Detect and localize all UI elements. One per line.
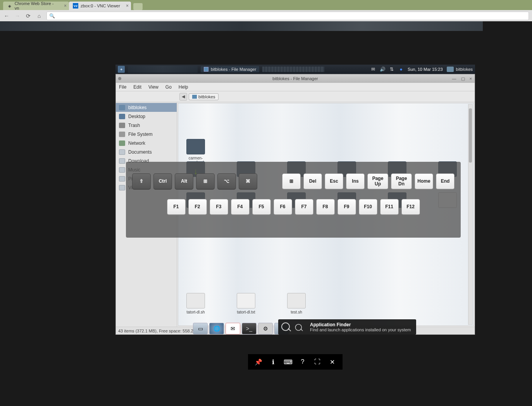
user-menu[interactable]: bitblokes bbox=[447, 67, 473, 72]
scrollbar[interactable] bbox=[468, 104, 473, 325]
vnc-virtual-keyboard: ⇧ Ctrl Alt ⊞ ⌥ ⌘ ⊞ Del Esc Ins Page Up P… bbox=[126, 162, 461, 238]
close-button[interactable]: × bbox=[468, 76, 473, 81]
key-f12[interactable]: F12 bbox=[401, 199, 420, 215]
vnc-keyboard-button[interactable]: ⌨ bbox=[283, 357, 293, 367]
sidebar-item-documents[interactable]: Documents bbox=[116, 147, 177, 156]
close-icon[interactable]: × bbox=[126, 3, 129, 9]
tooltip-title: Application Finder bbox=[310, 322, 411, 327]
path-back-button[interactable]: ◀ bbox=[179, 93, 187, 101]
clock[interactable]: Sun, 10 Mar 15:23 bbox=[408, 67, 443, 72]
key-alt[interactable]: Alt bbox=[175, 173, 193, 190]
key-f4[interactable]: F4 bbox=[231, 199, 250, 215]
menu-view[interactable]: View bbox=[148, 84, 158, 90]
file-item[interactable]: tatort-dl.txt bbox=[232, 293, 260, 314]
window-titlebar[interactable]: bitblokes - File Manager — ▢ × bbox=[116, 74, 475, 83]
magnifier-icon bbox=[294, 323, 303, 332]
maximize-button[interactable]: ▢ bbox=[460, 76, 466, 81]
key-home[interactable]: Home bbox=[415, 173, 433, 190]
key-win2[interactable]: ⊞ bbox=[282, 173, 301, 190]
xfce-menu-button[interactable]: ✦ bbox=[118, 66, 125, 73]
key-pagedn[interactable]: Page Dn bbox=[391, 173, 412, 190]
menu-go[interactable]: Go bbox=[165, 84, 172, 90]
vnc-pin-button[interactable]: 📌 bbox=[254, 357, 263, 367]
key-f2[interactable]: F2 bbox=[188, 199, 207, 215]
key-f10[interactable]: F10 bbox=[359, 199, 377, 215]
key-ins[interactable]: Ins bbox=[346, 173, 365, 190]
dock-terminal[interactable]: >_ bbox=[242, 323, 257, 334]
close-icon[interactable]: × bbox=[64, 3, 67, 9]
network-icon[interactable]: ⇅ bbox=[389, 67, 394, 72]
file-label: tatort-dl.txt bbox=[237, 310, 255, 314]
vnc-close-button[interactable]: ✕ bbox=[327, 357, 337, 367]
reload-button[interactable]: ⟳ bbox=[25, 12, 32, 19]
key-shift[interactable]: ⇧ bbox=[132, 173, 151, 190]
vnc-fullscreen-button[interactable]: ⛶ bbox=[313, 357, 322, 367]
key-esc[interactable]: Esc bbox=[325, 173, 343, 190]
vnc-info-button[interactable]: ℹ bbox=[269, 357, 278, 367]
menu-file[interactable]: File bbox=[119, 84, 126, 90]
vnc-artifact bbox=[0, 21, 483, 31]
key-f3[interactable]: F3 bbox=[210, 199, 228, 215]
mail-icon[interactable]: ✉ bbox=[370, 67, 376, 72]
xfce-top-panel: ✦ bitblokes - File Manager ✉ 🔊 ⇅ ● Sun, … bbox=[115, 65, 475, 74]
key-ctrl[interactable]: Ctrl bbox=[153, 173, 172, 190]
scrollbar-thumb[interactable] bbox=[469, 108, 472, 163]
taskbar-item-file-manager[interactable]: bitblokes - File Manager bbox=[201, 66, 259, 72]
dock-settings[interactable]: ⚙ bbox=[258, 323, 273, 334]
sidebar-item-filesystem[interactable]: File System bbox=[116, 130, 177, 139]
minimize-button[interactable]: — bbox=[451, 76, 458, 81]
folder-icon bbox=[119, 149, 125, 155]
key-spacer bbox=[260, 173, 279, 190]
key-f6[interactable]: F6 bbox=[274, 199, 292, 215]
folder-icon bbox=[119, 158, 125, 164]
path-bar: ◀ bitblokes bbox=[116, 91, 475, 102]
forward-button[interactable]: → bbox=[14, 12, 21, 19]
tab-chrome-web-store[interactable]: ◈ Chrome Web Store - vn × bbox=[3, 2, 69, 10]
key-del[interactable]: Del bbox=[303, 173, 322, 190]
tooltip-description: Find and launch applications installed o… bbox=[310, 327, 411, 332]
nav-bar: ← → ⟳ ⌂ 🔍 bbox=[0, 10, 532, 21]
key-f8[interactable]: F8 bbox=[316, 199, 335, 215]
key-f1[interactable]: F1 bbox=[167, 199, 186, 215]
dock-browser[interactable]: 🌐 bbox=[209, 323, 224, 334]
url-input[interactable]: 🔍 bbox=[46, 12, 529, 20]
file-item[interactable]: tatort-dl.sh bbox=[182, 293, 209, 314]
dock-mail[interactable]: ✉ bbox=[226, 323, 240, 334]
window-menu-icon[interactable] bbox=[118, 77, 121, 80]
sidebar-item-trash[interactable]: Trash bbox=[116, 121, 177, 130]
home-button[interactable]: ⌂ bbox=[36, 12, 43, 19]
file-item[interactable]: test.sh bbox=[283, 293, 310, 314]
sidebar-item-desktop[interactable]: Desktop bbox=[116, 112, 177, 121]
sidebar-item-label: Documents bbox=[128, 149, 152, 155]
notification-icon[interactable]: ● bbox=[398, 67, 404, 72]
menu-edit[interactable]: Edit bbox=[133, 84, 141, 90]
file-label: test.sh bbox=[291, 310, 302, 314]
username-label: bitblokes bbox=[456, 67, 473, 72]
key-f7[interactable]: F7 bbox=[295, 199, 313, 215]
tab-vnc-viewer[interactable]: V2 zbox:0 - VNC Viewer × bbox=[69, 2, 131, 10]
key-end[interactable]: End bbox=[436, 173, 455, 190]
breadcrumb[interactable]: bitblokes bbox=[189, 93, 219, 100]
tab-strip: ◈ Chrome Web Store - vn × V2 zbox:0 - VN… bbox=[0, 0, 532, 10]
menu-help[interactable]: Help bbox=[179, 84, 188, 90]
file-item[interactable]: carmen-owncloud bbox=[182, 139, 209, 164]
file-label: tatort-dl.sh bbox=[186, 310, 205, 314]
sidebar-item-home[interactable]: bitblokes bbox=[116, 103, 177, 112]
sidebar-item-network[interactable]: Network bbox=[116, 139, 177, 147]
key-f9[interactable]: F9 bbox=[337, 199, 356, 215]
key-f5[interactable]: F5 bbox=[252, 199, 271, 215]
key-cmd[interactable]: ⌘ bbox=[239, 173, 257, 190]
dock-show-desktop[interactable]: ▭ bbox=[193, 323, 208, 334]
folder-icon bbox=[119, 167, 125, 173]
volume-icon[interactable]: 🔊 bbox=[380, 67, 385, 72]
key-win[interactable]: ⊞ bbox=[196, 173, 215, 190]
key-f11[interactable]: F11 bbox=[380, 199, 399, 215]
vnc-help-button[interactable]: ? bbox=[298, 357, 307, 367]
key-option[interactable]: ⌥ bbox=[217, 173, 236, 190]
key-pageup[interactable]: Page Up bbox=[367, 173, 388, 190]
vkbd-row-1: ⇧ Ctrl Alt ⊞ ⌥ ⌘ ⊞ Del Esc Ins Page Up P… bbox=[132, 173, 455, 190]
sidebar-item-label: Network bbox=[128, 140, 145, 146]
back-button[interactable]: ← bbox=[3, 12, 10, 19]
new-tab-button[interactable] bbox=[133, 3, 143, 10]
folder-icon bbox=[119, 176, 125, 182]
